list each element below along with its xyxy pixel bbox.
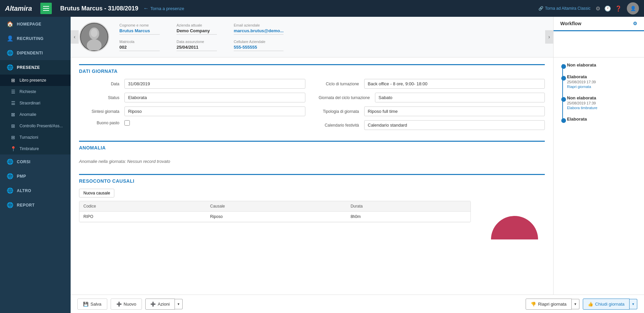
sidebar-item-richieste[interactable]: ☰ Richieste	[0, 86, 71, 97]
classic-link[interactable]: 🔗 Torna ad Altamira Classic	[538, 6, 591, 11]
profile-header: ‹ Cognome e nome Brutus Marcus	[71, 17, 553, 57]
sidebar-item-controllo[interactable]: ⊞ Controllo Presenti/Ass...	[0, 120, 71, 132]
col-codice: Codice	[79, 201, 206, 212]
svg-point-3	[91, 29, 98, 37]
sidebar-label-richieste: Richieste	[20, 89, 36, 94]
data-input[interactable]	[124, 79, 305, 89]
form-right: Ciclo di turnazione Giornata del ciclo t…	[319, 79, 545, 134]
avatar[interactable]: 👤	[627, 2, 639, 14]
matricola-value: 002	[119, 45, 160, 51]
sidebar-item-libro-presenze[interactable]: ⊞ Libro presenze	[0, 75, 71, 86]
profile-avatar	[79, 22, 109, 52]
giornata-ciclo-input[interactable]	[375, 93, 545, 102]
ciclo-input[interactable]	[364, 79, 545, 89]
pie-chart	[488, 211, 541, 241]
back-link[interactable]: ← Torna a presenze	[143, 5, 184, 11]
resoconto-title: RESOCONTO CAUSALI	[79, 178, 545, 184]
sidebar-label-anomalie: Anomalie	[20, 112, 36, 117]
settings-icon[interactable]: ⚙	[596, 5, 600, 12]
workflow-content: Non elaborata Elaborata 25/08/2019 17:39…	[554, 57, 644, 295]
assunzione-label: Data assunzione	[177, 40, 217, 44]
resoconto-section-header: RESOCONTO CAUSALI	[79, 174, 545, 184]
save-button[interactable]: 💾 Salva	[77, 299, 107, 310]
email-label: Email aziendale	[234, 23, 283, 27]
buono-label: Buono pasto	[79, 121, 119, 125]
chiudi-button[interactable]: 👍 Chiudi giornata	[583, 299, 630, 310]
nav-prev-button[interactable]: ‹	[71, 30, 79, 44]
resoconto-content: Codice Causale Durata RIPO Riposo 8h0m	[79, 201, 545, 241]
help-icon[interactable]: ❓	[615, 5, 622, 12]
actions-button[interactable]: ➕ Azioni	[145, 299, 175, 310]
calendario-label: Calendario festività	[319, 123, 359, 128]
cell-durata: 8h0m	[346, 212, 470, 222]
save-icon: 💾	[83, 302, 88, 307]
richieste-icon: ☰	[10, 89, 16, 94]
hamburger-menu[interactable]	[40, 3, 52, 14]
actions-label: Azioni	[158, 302, 169, 307]
sidebar-label-homepage: HOMEPAGE	[17, 22, 41, 27]
sidebar-item-dipendenti[interactable]: 🌐 DIPENDENTI	[0, 46, 71, 60]
nav-next-button[interactable]: ›	[545, 30, 553, 44]
email-value[interactable]: marcus.brutus@demo...	[234, 28, 283, 35]
sidebar-item-timbrature[interactable]: 📍 Timbrature	[0, 143, 71, 154]
workflow-step-0: Non elaborata	[567, 62, 637, 68]
sidebar-item-altro[interactable]: 🌐 ALTRO	[0, 183, 71, 198]
sidebar-label-libro: Libro presenze	[20, 78, 46, 83]
content: ‹ Cognome e nome Brutus Marcus	[71, 17, 644, 313]
workflow-step-0-title: Non elaborata	[567, 62, 637, 68]
tipologia-input[interactable]	[364, 106, 545, 116]
profile-email: Email aziendale marcus.brutus@demo...	[234, 23, 283, 35]
workflow-step-1-link[interactable]: Riapri giornata	[567, 85, 637, 89]
workflow-step-3: Elaborata	[567, 117, 637, 122]
workflow-settings-icon[interactable]: ⚙	[633, 21, 637, 26]
buono-checkbox[interactable]	[124, 120, 130, 126]
sidebar-item-straordinari[interactable]: ☰ Straordinari	[0, 97, 71, 109]
report-icon: 🌐	[7, 202, 13, 208]
ciclo-row: Ciclo di turnazione	[319, 79, 545, 89]
sintesi-input[interactable]	[124, 106, 305, 116]
profile-assunzione: Data assunzione 25/04/2011	[177, 40, 217, 51]
sidebar-item-report[interactable]: 🌐 REPORT	[0, 198, 71, 212]
straordinari-icon: ☰	[10, 100, 16, 106]
nuova-causale-button[interactable]: Nuova causale	[79, 189, 114, 197]
chiudi-dropdown-button[interactable]: ▾	[630, 299, 637, 309]
form-area: DATI GIORNATA Data Status	[71, 57, 553, 295]
calendario-input[interactable]	[364, 120, 545, 130]
sidebar-item-turnazioni[interactable]: ⊞ Turnazioni	[0, 132, 71, 143]
sidebar-item-homepage[interactable]: 🏠 HOMEPAGE	[0, 17, 71, 31]
profile-workflow-section: ‹ Cognome e nome Brutus Marcus	[71, 17, 644, 57]
assunzione-value: 25/04/2011	[177, 45, 217, 51]
riapri-button[interactable]: 👎 Riapri giornata	[526, 299, 572, 310]
sidebar-item-corsi[interactable]: 🌐 CORSI	[0, 154, 71, 169]
status-row: Status	[79, 93, 305, 102]
workflow-panel: Non elaborata Elaborata 25/08/2019 17:39…	[553, 57, 644, 295]
workflow-step-1-title: Elaborata	[567, 74, 637, 79]
sintesi-row: Sintesi giornata	[79, 106, 305, 116]
workflow-tab[interactable]: Workflow ⚙	[554, 17, 644, 31]
top-icons: ⚙ 🕐 ❓	[596, 5, 622, 12]
sidebar-item-recruiting[interactable]: 👤 RECRUITING	[0, 31, 71, 46]
new-button[interactable]: ➕ Nuovo	[111, 299, 142, 310]
cellulare-label: Cellulare Aziendale	[234, 40, 283, 44]
anomalia-title: ANOMALIA	[79, 145, 545, 150]
cognome-value[interactable]: Brutus Marcus	[119, 28, 160, 35]
save-label: Salva	[90, 302, 102, 307]
sidebar-item-presenze[interactable]: 🌐 PRESENZE	[0, 60, 71, 75]
profile-group-3: Email aziendale marcus.brutus@demo... Ce…	[234, 23, 283, 51]
chiudi-label: Chiudi giornata	[595, 302, 624, 307]
riapri-dropdown-button[interactable]: ▾	[572, 299, 579, 309]
actions-dropdown-button[interactable]: ▾	[175, 299, 183, 309]
causali-table: Codice Causale Durata RIPO Riposo 8h0m	[79, 201, 470, 222]
sidebar-label-corsi: CORSI	[17, 160, 31, 164]
status-input[interactable]	[124, 93, 305, 102]
sidebar-item-anomalie[interactable]: ⊠ Anomalie	[0, 109, 71, 120]
page-title: Brutus Marcus - 31/08/2019	[60, 5, 138, 12]
profile-matricola: Matricola 002	[119, 40, 160, 51]
workflow-step-2-link[interactable]: Elabora timbrature	[567, 106, 637, 110]
causali-table-container: Codice Causale Durata RIPO Riposo 8h0m	[79, 201, 471, 222]
azienda-label: Azienda attuale	[177, 23, 217, 27]
sidebar-item-pmp[interactable]: 🌐 PMP	[0, 169, 71, 183]
cellulare-value[interactable]: 555-555555	[234, 45, 283, 51]
dati-giornata-title: DATI GIORNATA	[79, 69, 545, 74]
clock-icon[interactable]: 🕐	[604, 5, 611, 12]
